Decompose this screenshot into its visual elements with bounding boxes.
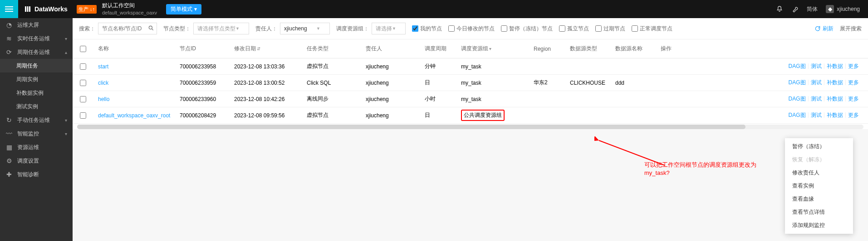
- mode-button[interactable]: 简单模式 ▾: [166, 4, 201, 14]
- op-more[interactable]: 更多: [848, 79, 859, 87]
- node-cycle: 日: [420, 111, 456, 119]
- sidebar-item[interactable]: ↻手动任务运维▾: [0, 113, 73, 127]
- sidebar-item[interactable]: ✚智能诊断: [0, 168, 73, 181]
- chk-isolated[interactable]: 孤立节点: [559, 25, 589, 33]
- sidebar-item-label: 补数据实例: [16, 89, 44, 97]
- th-date[interactable]: 修改日期⇵: [230, 45, 302, 53]
- node-cycle: 分钟: [420, 63, 456, 70]
- node-resgroup: my_task: [456, 80, 529, 86]
- sidebar-item[interactable]: ◔运维大屏: [0, 18, 73, 32]
- sidebar-item[interactable]: ⚙调度设置: [0, 154, 73, 168]
- op-patch[interactable]: 补数据: [827, 79, 843, 87]
- language-switch[interactable]: 简体: [807, 5, 818, 13]
- op-patch[interactable]: 补数据: [827, 95, 843, 103]
- op-dag[interactable]: DAG图: [789, 95, 806, 103]
- op-patch[interactable]: 补数据: [827, 111, 843, 119]
- node-resgroup: 公共调度资源组: [456, 110, 529, 121]
- op-dag[interactable]: DAG图: [789, 63, 806, 70]
- sidebar-item[interactable]: ⟳周期任务运维▴: [0, 45, 73, 59]
- node-name-link[interactable]: hello: [98, 96, 109, 102]
- context-menu-item[interactable]: 查看节点详情: [785, 206, 853, 219]
- chk-normal[interactable]: 正常调度节点: [632, 25, 672, 33]
- th-ops: 操作: [656, 45, 868, 53]
- node-type: Click SQL: [302, 80, 361, 86]
- context-menu-item[interactable]: 查看血缘: [785, 193, 853, 206]
- th-dstype[interactable]: 数据源类型: [565, 45, 611, 53]
- sidebar-item-label: 实时任务运维: [17, 35, 50, 43]
- sidebar-item[interactable]: 周期任务: [0, 59, 73, 72]
- op-more[interactable]: 更多: [848, 95, 859, 103]
- sidebar-item[interactable]: 周期实例: [0, 72, 73, 86]
- node-date: 2023-12-08 09:59:56: [230, 112, 302, 119]
- context-menu-item[interactable]: 添加规则监控: [785, 219, 853, 232]
- sidebar-item[interactable]: ▦资源运维: [0, 140, 73, 154]
- sidebar-item-label: 智能诊断: [17, 171, 39, 178]
- sort-icon: ⇵: [257, 46, 260, 51]
- sidebar-item[interactable]: 补数据实例: [0, 86, 73, 100]
- chk-paused[interactable]: 暂停（冻结）节点: [501, 25, 553, 33]
- op-test[interactable]: 测试: [811, 79, 822, 87]
- sidebar-item-label: 智能监控: [17, 130, 39, 138]
- th-owner[interactable]: 责任人: [361, 45, 420, 53]
- table-row: hello7000062339602023-12-08 10:42:26离线同步…: [73, 91, 868, 107]
- chk-my-node[interactable]: 我的节点: [412, 25, 442, 33]
- op-more[interactable]: 更多: [848, 63, 859, 70]
- select-all-checkbox[interactable]: [80, 46, 86, 52]
- op-test[interactable]: 测试: [811, 95, 822, 103]
- chk-today-modified[interactable]: 今日修改的节点: [448, 25, 495, 33]
- sidebar-item-label: 手动任务运维: [17, 116, 50, 124]
- dashboard-icon: ◔: [5, 21, 13, 29]
- horizontal-scrollbar[interactable]: [77, 125, 863, 129]
- hamburger-menu-button[interactable]: [0, 0, 18, 18]
- refresh-icon: [814, 25, 821, 32]
- sidebar-item[interactable]: 测试实例: [0, 100, 73, 113]
- context-menu-item[interactable]: 暂停（冻结）: [785, 140, 853, 153]
- chevron-down-icon: ▾: [65, 118, 67, 123]
- th-group[interactable]: 调度资源组▾: [456, 45, 529, 53]
- node-name-link[interactable]: click: [98, 80, 108, 86]
- user-menu[interactable]: ◆ xjiucheng: [826, 5, 860, 13]
- node-name-link[interactable]: start: [98, 63, 108, 70]
- chk-expired[interactable]: 过期节点: [595, 25, 625, 33]
- op-patch[interactable]: 补数据: [827, 63, 843, 70]
- node-region: 华东2: [529, 79, 565, 87]
- context-menu-item[interactable]: 修改责任人: [785, 166, 853, 179]
- row-checkbox[interactable]: [80, 80, 86, 86]
- context-menu-item[interactable]: 查看实例: [785, 179, 853, 193]
- op-test[interactable]: 测试: [811, 63, 822, 70]
- sidebar-item-label: 周期实例: [16, 76, 38, 83]
- op-test[interactable]: 测试: [811, 111, 822, 119]
- bell-icon[interactable]: [776, 5, 783, 13]
- node-name-link[interactable]: default_workspace_oaxv_root: [98, 112, 170, 119]
- search-label: 搜索：: [79, 25, 95, 33]
- refresh-button[interactable]: 刷新: [814, 25, 834, 33]
- chevron-down-icon: ▼: [235, 26, 240, 31]
- sidebar-item[interactable]: 〰智能监控▾: [0, 127, 73, 140]
- th-dsname[interactable]: 数据源名称: [611, 45, 656, 53]
- th-id[interactable]: 节点ID: [175, 45, 230, 53]
- resgroup-select[interactable]: 请选择▼: [372, 23, 406, 34]
- node-resgroup: my_task: [456, 96, 529, 102]
- row-checkbox[interactable]: [80, 112, 86, 119]
- nodetype-select[interactable]: 请选择节点类型▼: [193, 23, 249, 34]
- th-name[interactable]: 名称: [93, 45, 175, 53]
- node-type: 离线同步: [302, 95, 361, 103]
- expand-search-button[interactable]: 展开搜索: [840, 25, 862, 33]
- workspace-selector[interactable]: 默认工作空间 default_workspace_oaxv: [102, 2, 157, 16]
- node-owner: xjiucheng: [361, 80, 420, 86]
- node-ops: DAG图|测试|补数据|更多: [656, 79, 868, 87]
- sidebar-item[interactable]: ≋实时任务运维▾: [0, 32, 73, 45]
- search-icon[interactable]: [148, 25, 154, 33]
- node-owner: xjiucheng: [361, 112, 420, 119]
- row-checkbox[interactable]: [80, 63, 86, 70]
- wrench-icon[interactable]: [791, 5, 799, 13]
- filter-icon: ▾: [489, 46, 491, 51]
- row-checkbox[interactable]: [80, 96, 86, 102]
- owner-select[interactable]: xjiucheng▼: [280, 23, 330, 34]
- op-dag[interactable]: DAG图: [789, 79, 806, 87]
- th-type[interactable]: 任务类型: [302, 45, 361, 53]
- op-dag[interactable]: DAG图: [789, 111, 806, 119]
- th-cycle[interactable]: 调度周期: [420, 45, 456, 53]
- th-region[interactable]: Region: [529, 46, 565, 52]
- op-more[interactable]: 更多: [848, 111, 859, 119]
